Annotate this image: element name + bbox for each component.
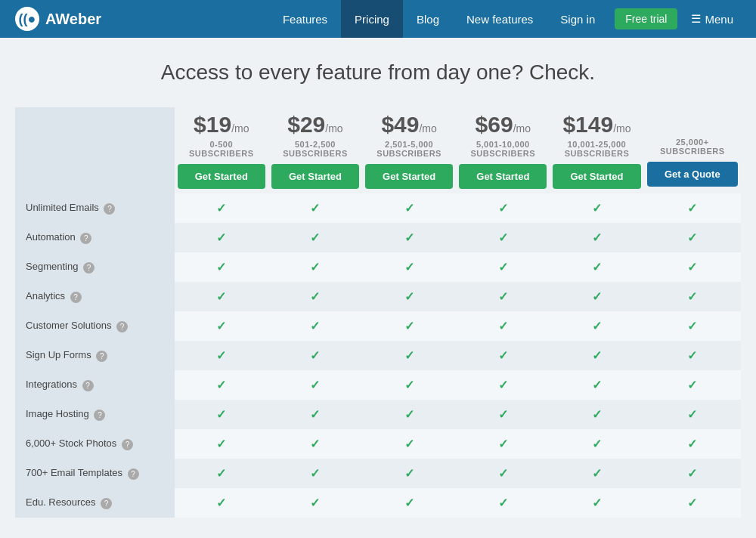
feature-check: ✓: [362, 252, 456, 282]
plan-6-cta[interactable]: Get a Quote: [647, 162, 738, 187]
plan-5-range: 10,001-25,000: [553, 140, 640, 149]
help-icon[interactable]: ?: [70, 292, 82, 303]
checkmark-icon: ✓: [404, 349, 414, 362]
plan-4-range: 5,001-10,000: [459, 140, 547, 149]
feature-check: ✓: [550, 252, 643, 282]
nav-item-blog[interactable]: Blog: [403, 0, 453, 38]
feature-check: ✓: [362, 400, 456, 429]
help-icon[interactable]: ?: [116, 321, 128, 332]
feature-check: ✓: [268, 459, 362, 488]
feature-check: ✓: [456, 193, 550, 223]
feature-check: ✓: [362, 282, 456, 311]
nav-link-sign-in[interactable]: Sign in: [547, 0, 609, 38]
feature-check: ✓: [362, 223, 456, 252]
feature-name: Segmenting ?: [15, 252, 175, 282]
checkmark-icon: ✓: [498, 202, 508, 215]
checkmark-icon: ✓: [687, 379, 697, 391]
nav-menu[interactable]: ☰ Menu: [683, 12, 741, 26]
help-icon[interactable]: ?: [83, 262, 94, 274]
feature-row: Image Hosting ?✓✓✓✓✓✓: [15, 400, 741, 429]
plan-5-price: $149/mo: [553, 112, 640, 138]
help-icon[interactable]: ?: [104, 203, 115, 215]
feature-check: ✓: [175, 311, 268, 341]
feature-row: Integrations ?✓✓✓✓✓✓: [15, 370, 741, 400]
checkmark-icon: ✓: [404, 231, 414, 244]
feature-check: ✓: [268, 193, 362, 223]
plan-4-price-big: $69: [476, 112, 513, 137]
nav-item-sign-in[interactable]: Sign in: [547, 0, 609, 38]
feature-check: ✓: [362, 459, 456, 488]
plan-5-cta[interactable]: Get Started: [553, 164, 640, 189]
feature-check: ✓: [175, 400, 268, 429]
checkmark-icon: ✓: [310, 261, 320, 274]
checkmark-icon: ✓: [592, 467, 602, 480]
checkmark-icon: ✓: [216, 261, 226, 274]
checkmark-icon: ✓: [592, 496, 602, 509]
nav-link-pricing[interactable]: Pricing: [341, 0, 403, 38]
feature-check: ✓: [268, 223, 362, 252]
feature-check: ✓: [175, 370, 268, 400]
nav-item-features[interactable]: Features: [269, 0, 341, 38]
feature-name: Automation ?: [15, 223, 175, 252]
feature-check: ✓: [175, 223, 268, 252]
feature-name: Customer Solutions ?: [15, 311, 175, 341]
checkmark-icon: ✓: [310, 408, 320, 421]
feature-row: Automation ?✓✓✓✓✓✓: [15, 223, 741, 252]
help-icon[interactable]: ?: [82, 380, 94, 391]
help-icon[interactable]: ?: [80, 233, 91, 244]
feature-check: ✓: [456, 282, 550, 311]
nav-link-free-trial[interactable]: Free trial: [615, 8, 677, 29]
help-icon[interactable]: ?: [128, 468, 139, 480]
feature-check: ✓: [456, 429, 550, 459]
checkmark-icon: ✓: [592, 408, 602, 421]
pricing-table: $19/mo 0-500 SUBSCRIBERS Get Started $29…: [15, 107, 741, 518]
checkmark-icon: ✓: [404, 496, 414, 509]
nav-item-pricing[interactable]: Pricing: [341, 0, 403, 38]
feature-check: ✓: [175, 459, 268, 488]
plan-3-price: $49/mo: [365, 112, 453, 138]
plan-3-range: 2,501-5,000: [365, 140, 453, 149]
nav-item-free-trial[interactable]: Free trial: [609, 8, 683, 29]
help-icon[interactable]: ?: [122, 439, 133, 450]
checkmark-icon: ✓: [498, 496, 508, 509]
checkmark-icon: ✓: [592, 290, 602, 303]
nav-link-blog[interactable]: Blog: [403, 0, 453, 38]
plan-2-cta[interactable]: Get Started: [271, 164, 359, 189]
checkmark-icon: ✓: [310, 290, 320, 303]
logo[interactable]: ((● AWeber: [15, 7, 101, 31]
help-icon[interactable]: ?: [94, 410, 105, 421]
feature-check: ✓: [268, 400, 362, 429]
nav-link-features[interactable]: Features: [269, 0, 341, 38]
checkmark-icon: ✓: [216, 467, 226, 480]
plan-2-per: /mo: [325, 122, 342, 134]
checkmark-icon: ✓: [592, 261, 602, 274]
feature-name: Unlimited Emails ?: [15, 193, 175, 223]
checkmark-icon: ✓: [310, 202, 320, 215]
plan-1-cta[interactable]: Get Started: [178, 164, 265, 189]
plan-5-label: SUBSCRIBERS: [553, 149, 640, 158]
checkmark-icon: ✓: [404, 438, 414, 450]
feature-row: Analytics ?✓✓✓✓✓✓: [15, 282, 741, 311]
feature-check: ✓: [175, 282, 268, 311]
logo-icon: ((●: [15, 7, 39, 31]
plan-3-cta[interactable]: Get Started: [365, 164, 453, 189]
plan-5-price-big: $149: [562, 112, 613, 137]
help-icon[interactable]: ?: [101, 498, 112, 509]
feature-check: ✓: [362, 193, 456, 223]
checkmark-icon: ✓: [404, 261, 414, 274]
plan-4-cta[interactable]: Get Started: [459, 164, 547, 189]
feature-check: ✓: [268, 252, 362, 282]
checkmark-icon: ✓: [216, 379, 226, 391]
checkmark-icon: ✓: [404, 202, 414, 215]
feature-check: ✓: [644, 193, 741, 223]
features-body: Unlimited Emails ?✓✓✓✓✓✓Automation ?✓✓✓✓…: [15, 193, 741, 518]
plan-4-price: $69/mo: [459, 112, 547, 138]
feature-row: Edu. Resources ?✓✓✓✓✓✓: [15, 488, 741, 518]
feature-check: ✓: [550, 429, 643, 459]
checkmark-icon: ✓: [216, 438, 226, 450]
nav-link-new-features[interactable]: New features: [453, 0, 547, 38]
help-icon[interactable]: ?: [96, 351, 107, 362]
nav-item-new-features[interactable]: New features: [453, 0, 547, 38]
plan-header-3: $49/mo 2,501-5,000 SUBSCRIBERS Get Start…: [362, 107, 456, 193]
feature-check: ✓: [456, 488, 550, 518]
